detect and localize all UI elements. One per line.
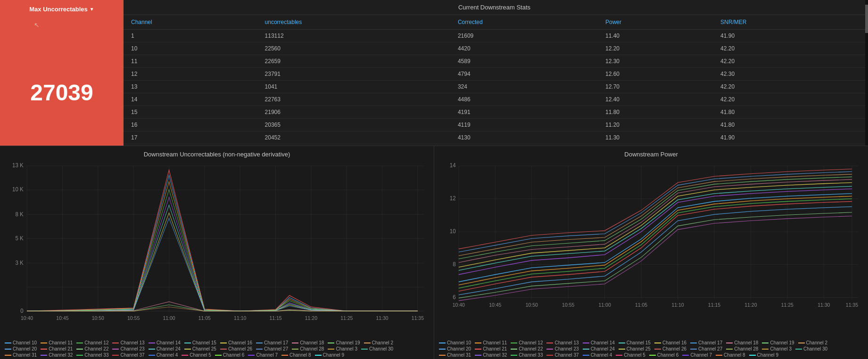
cell-power: 12.40 xyxy=(598,93,713,106)
legend-item: Channel 19 xyxy=(328,340,360,345)
legend-color xyxy=(749,355,756,356)
legend-label: Channel 10 xyxy=(13,340,37,345)
panel-title-arrow: ▼ xyxy=(90,7,94,12)
cell-uncorrectables: 20365 xyxy=(257,119,450,131)
legend-color xyxy=(475,355,481,356)
legend-label: Channel 8 xyxy=(289,352,311,358)
cell-uncorrectables: 22659 xyxy=(257,55,450,68)
legend-item: Channel 19 xyxy=(762,340,794,345)
legend-color xyxy=(762,349,769,350)
legend-label: Channel 17 xyxy=(264,340,288,345)
legend-color xyxy=(76,349,83,350)
legend-color xyxy=(690,349,697,350)
legend-color xyxy=(76,343,83,343)
legend-item: Channel 11 xyxy=(41,340,73,345)
table-section-title: Current Downstream Stats xyxy=(124,0,865,15)
power-chart-area: 14 12 10 8 6 10:40 10:45 10:50 10:55 11:… xyxy=(439,161,863,338)
legend-label: Channel 20 xyxy=(13,346,37,351)
legend-label: Channel 17 xyxy=(698,340,722,345)
legend-color xyxy=(5,355,11,356)
svg-text:8: 8 xyxy=(453,261,456,268)
legend-item: Channel 9 xyxy=(315,352,345,358)
legend-label: Channel 15 xyxy=(627,340,651,345)
max-uncorrectables-panel: Max Uncorrectables ▼ ↖ 27039 xyxy=(0,0,124,146)
legend-label: Channel 12 xyxy=(84,340,108,345)
legend-item: Channel 33 xyxy=(76,352,108,358)
legend-item: Channel 22 xyxy=(76,346,108,351)
legend-item: Channel 18 xyxy=(292,340,324,345)
legend-label: Channel 5 xyxy=(190,352,211,358)
cell-corrected: 4420 xyxy=(450,42,598,55)
panel-title: Max Uncorrectables ▼ xyxy=(29,6,94,13)
legend-label: Channel 21 xyxy=(49,346,73,351)
downstream-stats-table: Channel uncorrectables Corrected Power S… xyxy=(124,15,865,144)
legend-label: Channel 5 xyxy=(624,352,645,358)
legend-item: Channel 33 xyxy=(511,352,543,358)
legend-color xyxy=(439,349,446,350)
legend-label: Channel 3 xyxy=(770,346,792,351)
legend-label: Channel 15 xyxy=(192,340,216,345)
table-scrollbar[interactable] xyxy=(865,0,868,146)
uncorrectables-chart-area: 13 K 10 K 8 K 5 K 3 K 0 10:40 10:45 10:5… xyxy=(5,161,429,338)
svg-text:11:10: 11:10 xyxy=(671,302,684,308)
legend-color xyxy=(112,349,119,350)
cell-corrected: 4589 xyxy=(450,55,598,68)
svg-text:11:15: 11:15 xyxy=(269,315,281,321)
legend-item: Channel 30 xyxy=(795,346,827,351)
cell-corrected: 4794 xyxy=(450,68,598,81)
legend-label: Channel 14 xyxy=(591,340,615,345)
svg-text:11:25: 11:25 xyxy=(340,315,353,321)
table-row: 11 22659 4589 12.30 42.20 xyxy=(124,55,865,68)
table-row: 12 23791 4794 12.60 42.30 xyxy=(124,68,865,81)
legend-color xyxy=(182,355,188,356)
legend-color xyxy=(328,343,334,343)
legend-color xyxy=(112,355,119,356)
cell-power: 12.30 xyxy=(598,55,713,68)
legend-color xyxy=(583,349,589,350)
legend-color xyxy=(511,343,517,343)
cell-corrected: 4119 xyxy=(450,119,598,131)
cell-snr: 42.30 xyxy=(713,68,865,81)
legend-label: Channel 13 xyxy=(120,340,144,345)
legend-color xyxy=(616,355,622,356)
legend-color xyxy=(256,349,263,350)
table-row: 16 20365 4119 11.20 41.80 xyxy=(124,119,865,131)
legend-item: Channel 31 xyxy=(439,352,471,358)
table-row: 13 1041 324 12.70 42.20 xyxy=(124,81,865,93)
legend-label: Channel 14 xyxy=(157,340,181,345)
legend-label: Channel 10 xyxy=(447,340,471,345)
legend-item: Channel 20 xyxy=(5,346,37,351)
legend-label: Channel 9 xyxy=(323,352,345,358)
svg-text:11:30: 11:30 xyxy=(376,315,388,321)
legend-label: Channel 7 xyxy=(256,352,278,358)
cell-corrected: 21609 xyxy=(450,30,598,42)
legend-item: Channel 28 xyxy=(292,346,324,351)
legend-color xyxy=(364,343,371,343)
cell-uncorrectables: 23791 xyxy=(257,68,450,81)
legend-label: Channel 32 xyxy=(49,352,73,358)
cell-power: 12.70 xyxy=(598,81,713,93)
legend-item: Channel 20 xyxy=(439,346,471,351)
svg-text:0: 0 xyxy=(20,307,24,314)
legend-item: Channel 10 xyxy=(5,340,37,345)
legend-color xyxy=(690,343,697,343)
legend-color xyxy=(439,343,446,343)
cell-channel: 17 xyxy=(124,131,257,144)
legend-label: Channel 28 xyxy=(300,346,324,351)
legend-item: Channel 4 xyxy=(583,352,612,358)
legend-label: Channel 27 xyxy=(264,346,288,351)
svg-text:8 K: 8 K xyxy=(16,211,24,217)
legend-label: Channel 24 xyxy=(157,346,181,351)
legend-item: Channel 7 xyxy=(248,352,278,358)
svg-text:11:10: 11:10 xyxy=(234,315,246,321)
legend-item: Channel 26 xyxy=(654,346,686,351)
legend-color xyxy=(475,343,481,343)
legend-label: Channel 16 xyxy=(662,340,686,345)
cell-snr: 41.90 xyxy=(713,30,865,42)
cell-channel: 16 xyxy=(124,119,257,131)
cell-channel: 15 xyxy=(124,106,257,119)
legend-label: Channel 27 xyxy=(698,346,722,351)
svg-text:10:40: 10:40 xyxy=(21,315,33,321)
legend-item: Channel 2 xyxy=(364,340,394,345)
legend-label: Channel 33 xyxy=(519,352,543,358)
